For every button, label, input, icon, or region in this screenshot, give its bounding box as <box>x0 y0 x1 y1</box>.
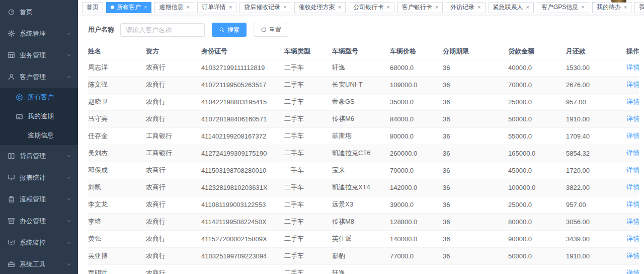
table-body: 周志洋农商行410327199111112819二手车轩逸68000.03640… <box>88 59 639 274</box>
close-icon[interactable]: × <box>624 5 627 10</box>
sidebar-item-office-management[interactable]: 办公管理 <box>0 210 78 232</box>
tab-my-todo[interactable]: 我的待办× <box>592 2 631 13</box>
detail-link[interactable]: 详情 <box>626 200 639 208</box>
tab-all-customers[interactable]: 所有客户× <box>106 2 151 13</box>
tab-emergency-contacts[interactable]: 紧急联系人× <box>489 2 534 13</box>
tab-label: 我的流程 <box>639 3 644 12</box>
sidebar-item-home[interactable]: 首页 <box>0 1 78 23</box>
tab-label: 贷后催收记录 <box>244 3 280 12</box>
close-icon[interactable]: × <box>338 5 341 10</box>
tab-customer-bank-card[interactable]: 客户银行卡× <box>397 2 443 13</box>
cell-funder: 农商行 <box>146 230 201 247</box>
detail-link[interactable]: 详情 <box>626 98 639 105</box>
sidebar-item-label: 报表统计 <box>20 173 66 182</box>
cell-id_number: 41142119950822450X <box>201 213 284 230</box>
detail-link[interactable]: 详情 <box>626 149 639 157</box>
search-form: 用户名称 搜索 重置 <box>88 22 639 37</box>
cell-funder: 农商行 <box>146 93 201 110</box>
sidebar-item-system-management[interactable]: 系统管理 <box>0 23 78 44</box>
sidebar-item-system-monitor[interactable]: 系统监控 <box>0 232 78 253</box>
detail-link[interactable]: 详情 <box>626 252 639 259</box>
cell-loan: 25000.0 <box>508 196 566 213</box>
avatar[interactable] <box>611 0 626 3</box>
tab-overdue-info[interactable]: 逾期信息× <box>154 2 194 13</box>
tab-label: 客户GPS信息 <box>541 3 578 12</box>
close-icon[interactable]: × <box>477 5 480 10</box>
monitor-icon <box>7 174 15 182</box>
sidebar-item-loan-post-management[interactable]: 贷后管理 <box>0 145 78 167</box>
cell-price: 77000.0 <box>390 247 443 264</box>
cell-name: 任存金 <box>88 127 146 145</box>
sidebar-item-my-overdue[interactable]: 我的逾期 <box>0 107 78 126</box>
chevron-down-icon <box>66 240 72 246</box>
tab-my-process[interactable]: 我的流程× <box>634 2 644 13</box>
cell-loan: 70000.0 <box>508 76 566 93</box>
sidebar-item-system-tools[interactable]: 系统工具 <box>0 253 78 274</box>
close-icon[interactable]: × <box>386 5 389 10</box>
detail-link[interactable]: 详情 <box>626 218 639 225</box>
detail-link[interactable]: 详情 <box>626 81 639 88</box>
tab-visit-records[interactable]: 外访记录× <box>446 2 485 13</box>
cell-term: 36 <box>443 213 508 230</box>
cell-action: 详情 <box>626 127 639 145</box>
sidebar-item-report-statistics[interactable]: 报表统计 <box>0 167 78 188</box>
search-input[interactable] <box>120 23 205 37</box>
sidebar-item-overdue-info[interactable]: 逾期信息 <box>0 126 78 145</box>
search-button[interactable]: 搜索 <box>212 23 247 37</box>
cell-id_number: 412724199309175190 <box>201 145 284 162</box>
sidebar-item-business-management[interactable]: 业务管理 <box>0 44 78 66</box>
cell-name: 赵晓卫 <box>88 93 146 110</box>
tab-order-detail[interactable]: 订单详情× <box>197 2 236 13</box>
close-icon[interactable]: × <box>283 5 286 10</box>
detail-link[interactable]: 详情 <box>626 269 639 274</box>
refresh-icon <box>261 27 267 33</box>
sidebar-item-customer-management[interactable]: 客户管理 <box>0 66 78 88</box>
cell-loan: 50000.0 <box>508 110 566 127</box>
detail-link[interactable]: 详情 <box>626 115 639 122</box>
sidebar-item-label: 系统工具 <box>20 260 66 269</box>
tab-collection-records[interactable]: 贷后催收记录× <box>239 2 291 13</box>
cell-price: 80000.0 <box>390 127 443 145</box>
close-icon[interactable]: × <box>581 5 584 10</box>
reset-button-label: 重置 <box>269 26 281 34</box>
cell-name: 刘凯 <box>88 179 146 196</box>
tab-label: 逾期信息 <box>159 3 183 12</box>
detail-link[interactable]: 详情 <box>626 63 639 71</box>
close-icon[interactable]: × <box>144 5 147 10</box>
cell-loan: 25000.0 <box>508 93 566 110</box>
tab-label: 催收处理方案 <box>299 3 335 12</box>
tab-collection-plans[interactable]: 催收处理方案× <box>294 2 346 13</box>
col-name: 姓名 <box>88 44 146 59</box>
close-icon[interactable]: × <box>435 5 438 10</box>
cell-term: 36 <box>443 76 508 93</box>
tab-customer-gps-info[interactable]: 客户GPS信息× <box>537 2 589 13</box>
cell-name: 周志洋 <box>88 59 146 76</box>
detail-link[interactable]: 详情 <box>626 235 639 242</box>
cell-vehicle_type: 二手车 <box>284 59 332 76</box>
cell-name: 马守宾 <box>88 110 146 127</box>
tab-company-bank-card[interactable]: 公司银行卡× <box>349 2 394 13</box>
tab-label: 我的待办 <box>597 3 621 12</box>
cell-action: 详情 <box>626 247 639 264</box>
cell-id_number: 411402199208167372 <box>201 127 284 145</box>
close-icon[interactable]: × <box>186 5 189 10</box>
tab-home[interactable]: 首页 <box>82 2 103 13</box>
detail-link[interactable]: 详情 <box>626 132 639 140</box>
reset-button[interactable]: 重置 <box>254 23 288 37</box>
tab-label: 公司银行卡 <box>353 3 383 12</box>
col-monthly: 月还款 <box>566 44 626 59</box>
cell-loan: 80000.0 <box>508 213 566 230</box>
cell-action: 详情 <box>626 145 639 162</box>
sidebar-item-all-customers[interactable]: 所有客户 <box>0 88 78 107</box>
cell-model: 远景X3 <box>332 196 390 213</box>
detail-link[interactable]: 详情 <box>626 166 639 174</box>
cell-id_number: 41152720000215809X <box>201 230 284 247</box>
close-icon[interactable]: × <box>526 5 529 10</box>
close-icon[interactable]: × <box>229 5 232 10</box>
sidebar-item-label: 流程管理 <box>20 195 66 204</box>
monitor-check-icon <box>7 239 15 247</box>
cell-vehicle_type: 二手车 <box>284 196 332 213</box>
detail-link[interactable]: 详情 <box>626 183 639 191</box>
grid-icon <box>7 51 15 59</box>
sidebar-item-process-management[interactable]: 流程管理 <box>0 188 78 210</box>
